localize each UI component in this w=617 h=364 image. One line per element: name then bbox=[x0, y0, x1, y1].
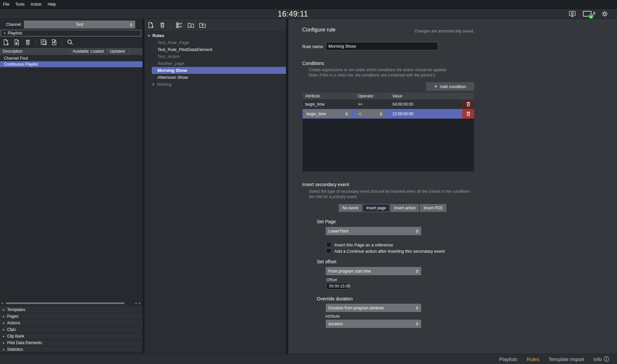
set-page-heading: Set Page bbox=[317, 219, 336, 224]
column-attribute[interactable]: Attribute bbox=[305, 94, 320, 98]
condition-operator-select[interactable]: < bbox=[356, 110, 385, 118]
trash-icon[interactable] bbox=[25, 39, 31, 46]
section-actions[interactable]: ▸ Actions bbox=[0, 320, 142, 326]
nav-template-import[interactable]: Template Import bbox=[548, 356, 584, 362]
menu-tools[interactable]: Tools bbox=[15, 2, 28, 7]
section-clips[interactable]: ▸ Clips bbox=[0, 326, 142, 333]
column-description[interactable]: Description bbox=[3, 49, 23, 54]
condition-value: 04:00:00:00 bbox=[392, 102, 413, 107]
tree-item-afternoon-show[interactable]: Afternoon Show bbox=[144, 74, 286, 81]
rule-name-label: Rule name bbox=[302, 44, 323, 49]
condition-attribute-select[interactable]: begin_time bbox=[304, 110, 351, 118]
monitor-settings-icon[interactable] bbox=[567, 10, 577, 18]
tree-item-morning-show[interactable]: Morning Show bbox=[152, 67, 286, 74]
secondary-event-heading: Insert secondary event bbox=[302, 182, 349, 187]
menu-help[interactable]: Help bbox=[48, 2, 59, 7]
playlist-row-label: Channel Pool bbox=[4, 56, 28, 61]
column-value[interactable]: Value bbox=[392, 94, 402, 98]
export-document-icon[interactable] bbox=[51, 39, 58, 46]
rule-name-input[interactable]: Morning Show bbox=[326, 42, 438, 50]
tree-item-label: Afternoon Show bbox=[157, 75, 188, 80]
offset-input[interactable]: 00:00:15:00 bbox=[326, 283, 348, 289]
label-part: action after inserting this secondary ev… bbox=[364, 249, 445, 254]
column-available[interactable]: Available bbox=[73, 49, 88, 54]
tree-item-test-action[interactable]: Test_Action bbox=[144, 53, 286, 60]
configure-rule-panel: Configure rule Changes are automatically… bbox=[288, 19, 617, 354]
condition-row-2-selected[interactable]: begin_time < 12:00:00:00 bbox=[303, 109, 474, 119]
duplicate-icon[interactable] bbox=[40, 39, 47, 46]
playlist-row-channel-pool[interactable]: Channel Pool bbox=[0, 55, 142, 61]
toolbar-divider bbox=[171, 22, 171, 28]
delete-condition-button[interactable] bbox=[462, 99, 474, 109]
scroll-right-icon[interactable]: ▸ bbox=[139, 301, 140, 305]
menu-action[interactable]: Action bbox=[30, 2, 45, 7]
folder-export-icon[interactable] bbox=[199, 22, 206, 28]
rules-tree-panel: Rules Test_Rule_Page Test_Rule_PilotData… bbox=[144, 19, 286, 354]
tree-item-test-rule-pilotdataelement[interactable]: Test_Rule_PilotDataElement bbox=[144, 46, 286, 53]
nav-playlists[interactable]: Playlists bbox=[499, 356, 517, 362]
chevron-right-icon: ▸ bbox=[3, 348, 5, 351]
folder-import-icon[interactable] bbox=[188, 22, 194, 28]
dropdown-stepper-icon bbox=[380, 112, 382, 116]
conditions-description-1: Create expressions to set under which co… bbox=[309, 68, 447, 72]
condition-row-1[interactable]: begin_time >= 04:00:00:00 bbox=[303, 99, 474, 109]
horizontal-scrollbar[interactable]: ◂ ◂ ▸ bbox=[0, 301, 142, 305]
add-condition-button[interactable]: + Add condition bbox=[426, 82, 474, 91]
section-clip-bank[interactable]: ▸ Clip Bank bbox=[0, 333, 142, 339]
playlist-row-label: Continuous Playlist bbox=[4, 62, 38, 67]
page-select[interactable]: LowerThird bbox=[326, 227, 421, 235]
duration-attribute-select[interactable]: duration bbox=[326, 320, 421, 328]
new-rule-icon[interactable] bbox=[147, 22, 154, 28]
option-no-event[interactable]: No event bbox=[339, 204, 362, 212]
tree-item-test-rule-page[interactable]: Test_Rule_Page bbox=[144, 39, 286, 46]
chevron-right-icon: ▸ bbox=[3, 321, 5, 325]
section-pages[interactable]: ▸ Pages bbox=[0, 313, 142, 320]
dropdown-stepper-icon bbox=[416, 270, 419, 273]
duration-mode-select[interactable]: Duration from program attribute bbox=[326, 304, 421, 312]
condition-value[interactable]: 12:00:00:00 bbox=[392, 112, 413, 116]
nav-rules[interactable]: Rules bbox=[527, 356, 539, 362]
option-insert-pde[interactable]: Insert PDE bbox=[420, 204, 446, 212]
continue-action-checkbox[interactable] bbox=[326, 248, 331, 253]
tree-item-another-page[interactable]: Another_page bbox=[144, 60, 286, 67]
import-document-icon[interactable] bbox=[14, 39, 20, 46]
chevron-right-icon[interactable] bbox=[151, 83, 155, 86]
tree-root-rules[interactable]: Rules bbox=[144, 32, 286, 39]
gear-icon[interactable] bbox=[600, 10, 610, 18]
display-stepper-icon bbox=[593, 12, 595, 15]
column-loaded[interactable]: Loaded bbox=[90, 49, 104, 54]
wall-clock: 16:49:11 bbox=[278, 10, 308, 19]
scroll-left-icon[interactable]: ◂ bbox=[135, 301, 137, 305]
option-insert-page[interactable]: Insert page bbox=[363, 204, 390, 212]
secondary-event-type-selector: No event Insert page Insert action Inser… bbox=[339, 204, 446, 212]
channel-playlists-panel: Channel: Test ▾ Playlists bbox=[0, 19, 142, 354]
section-statistics[interactable]: ▸ Statistics bbox=[0, 346, 142, 353]
delete-rule-icon[interactable] bbox=[159, 22, 166, 28]
checklist-icon[interactable] bbox=[176, 22, 183, 28]
new-document-icon[interactable] bbox=[3, 39, 9, 46]
playlists-section-label: Playlists bbox=[8, 31, 23, 35]
chevron-down-icon[interactable] bbox=[146, 34, 151, 37]
section-pilot-data-elements[interactable]: ▸ Pilot Data Elements bbox=[0, 339, 142, 346]
option-insert-action[interactable]: Insert action bbox=[390, 204, 419, 212]
tree-root-label: Rules bbox=[152, 33, 164, 38]
scrollbar-thumb[interactable] bbox=[6, 302, 125, 304]
section-label: Pilot Data Elements bbox=[7, 340, 42, 345]
column-updated[interactable]: Updated bbox=[110, 49, 125, 54]
delete-condition-button[interactable] bbox=[462, 109, 474, 119]
playlists-section-header[interactable]: ▾ Playlists bbox=[1, 30, 141, 36]
search-icon[interactable] bbox=[67, 39, 73, 46]
channel-select-value: Test bbox=[76, 22, 83, 27]
section-templates[interactable]: ▸ Templates bbox=[0, 306, 142, 313]
reference-checkbox[interactable] bbox=[326, 242, 331, 247]
tree-item-nothing[interactable]: Nothing bbox=[144, 81, 286, 88]
nav-info[interactable]: Info bbox=[593, 356, 609, 362]
offset-mode-select[interactable]: From program start time bbox=[326, 267, 421, 275]
column-operator[interactable]: Operator bbox=[358, 94, 373, 98]
display-status-icon[interactable] bbox=[582, 10, 592, 18]
channel-select[interactable]: Test bbox=[24, 21, 135, 28]
application-window: File Tools Action Help 16:49:11 bbox=[0, 0, 617, 364]
playlist-row-continuous-playlist[interactable]: Continuous Playlist bbox=[0, 61, 142, 67]
scroll-left-icon[interactable]: ◂ bbox=[1, 301, 3, 305]
menu-file[interactable]: File bbox=[3, 2, 13, 7]
